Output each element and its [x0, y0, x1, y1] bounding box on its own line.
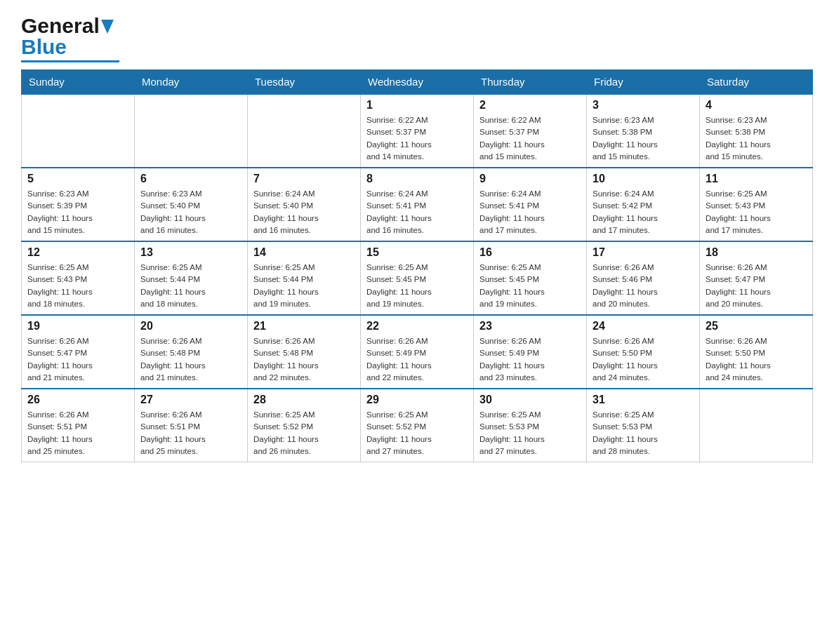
- day-number: 4: [706, 99, 807, 112]
- day-number: 14: [253, 246, 355, 259]
- day-number: 27: [140, 394, 241, 406]
- day-info: Sunrise: 6:25 AM Sunset: 5:43 PM Dayligh…: [706, 188, 807, 236]
- day-info: Sunrise: 6:26 AM Sunset: 5:48 PM Dayligh…: [140, 335, 241, 384]
- calendar-cell-4-6: [700, 389, 813, 462]
- calendar-cell-4-4: 30Sunrise: 6:25 AM Sunset: 5:53 PM Dayli…: [474, 389, 587, 462]
- calendar-cell-3-6: 25Sunrise: 6:26 AM Sunset: 5:50 PM Dayli…: [700, 315, 813, 389]
- calendar-cell-1-0: 5Sunrise: 6:23 AM Sunset: 5:39 PM Daylig…: [22, 168, 135, 241]
- day-info: Sunrise: 6:22 AM Sunset: 5:37 PM Dayligh…: [366, 114, 468, 163]
- day-number: 29: [366, 394, 468, 406]
- day-number: 11: [706, 173, 807, 185]
- calendar-cell-0-2: [248, 94, 361, 168]
- day-number: 10: [593, 173, 694, 185]
- day-number: 12: [27, 246, 128, 259]
- day-info: Sunrise: 6:24 AM Sunset: 5:41 PM Dayligh…: [366, 188, 468, 236]
- day-number: 8: [366, 173, 468, 185]
- svg-marker-0: [101, 20, 114, 34]
- day-info: Sunrise: 6:25 AM Sunset: 5:44 PM Dayligh…: [253, 262, 355, 310]
- calendar-cell-2-0: 12Sunrise: 6:25 AM Sunset: 5:43 PM Dayli…: [22, 241, 135, 315]
- calendar-cell-3-5: 24Sunrise: 6:26 AM Sunset: 5:50 PM Dayli…: [587, 315, 700, 389]
- calendar-cell-3-4: 23Sunrise: 6:26 AM Sunset: 5:49 PM Dayli…: [474, 315, 587, 389]
- day-info: Sunrise: 6:23 AM Sunset: 5:38 PM Dayligh…: [706, 114, 807, 163]
- day-info: Sunrise: 6:26 AM Sunset: 5:50 PM Dayligh…: [593, 335, 694, 384]
- day-info: Sunrise: 6:26 AM Sunset: 5:51 PM Dayligh…: [27, 409, 128, 457]
- logo-arrow-icon: [101, 20, 114, 34]
- calendar-header-thursday: Thursday: [474, 70, 587, 95]
- day-info: Sunrise: 6:26 AM Sunset: 5:49 PM Dayligh…: [479, 335, 581, 384]
- day-number: 15: [366, 246, 468, 259]
- day-info: Sunrise: 6:24 AM Sunset: 5:40 PM Dayligh…: [253, 188, 355, 236]
- day-info: Sunrise: 6:23 AM Sunset: 5:40 PM Dayligh…: [140, 188, 241, 236]
- day-info: Sunrise: 6:25 AM Sunset: 5:52 PM Dayligh…: [366, 409, 468, 457]
- calendar-header-tuesday: Tuesday: [248, 70, 361, 95]
- calendar-cell-1-3: 8Sunrise: 6:24 AM Sunset: 5:41 PM Daylig…: [361, 168, 474, 241]
- calendar-cell-0-4: 2Sunrise: 6:22 AM Sunset: 5:37 PM Daylig…: [474, 94, 587, 168]
- calendar-week-row-3: 19Sunrise: 6:26 AM Sunset: 5:47 PM Dayli…: [22, 315, 813, 389]
- calendar-cell-3-2: 21Sunrise: 6:26 AM Sunset: 5:48 PM Dayli…: [248, 315, 361, 389]
- day-info: Sunrise: 6:26 AM Sunset: 5:48 PM Dayligh…: [253, 335, 355, 384]
- calendar-cell-2-2: 14Sunrise: 6:25 AM Sunset: 5:44 PM Dayli…: [248, 241, 361, 315]
- day-number: 2: [479, 99, 581, 112]
- calendar-cell-1-6: 11Sunrise: 6:25 AM Sunset: 5:43 PM Dayli…: [700, 168, 813, 241]
- calendar-cell-4-0: 26Sunrise: 6:26 AM Sunset: 5:51 PM Dayli…: [22, 389, 135, 462]
- day-info: Sunrise: 6:26 AM Sunset: 5:46 PM Dayligh…: [593, 262, 694, 310]
- calendar-week-row-1: 5Sunrise: 6:23 AM Sunset: 5:39 PM Daylig…: [22, 168, 813, 241]
- calendar-cell-2-6: 18Sunrise: 6:26 AM Sunset: 5:47 PM Dayli…: [700, 241, 813, 315]
- calendar-cell-2-1: 13Sunrise: 6:25 AM Sunset: 5:44 PM Dayli…: [135, 241, 248, 315]
- calendar-header-row: SundayMondayTuesdayWednesdayThursdayFrid…: [22, 70, 813, 95]
- day-info: Sunrise: 6:25 AM Sunset: 5:52 PM Dayligh…: [253, 409, 355, 457]
- calendar-cell-0-3: 1Sunrise: 6:22 AM Sunset: 5:37 PM Daylig…: [361, 94, 474, 168]
- day-info: Sunrise: 6:24 AM Sunset: 5:41 PM Dayligh…: [479, 188, 581, 236]
- day-number: 6: [140, 173, 241, 185]
- calendar-week-row-0: 1Sunrise: 6:22 AM Sunset: 5:37 PM Daylig…: [22, 94, 813, 168]
- day-info: Sunrise: 6:25 AM Sunset: 5:53 PM Dayligh…: [593, 409, 694, 457]
- logo: General Blue: [21, 14, 119, 62]
- calendar-cell-2-3: 15Sunrise: 6:25 AM Sunset: 5:45 PM Dayli…: [361, 241, 474, 315]
- day-number: 9: [479, 173, 581, 185]
- day-number: 3: [593, 99, 694, 112]
- day-number: 5: [27, 173, 128, 185]
- day-number: 19: [27, 320, 128, 333]
- day-info: Sunrise: 6:26 AM Sunset: 5:47 PM Dayligh…: [706, 262, 807, 310]
- calendar-header-saturday: Saturday: [700, 70, 813, 95]
- day-number: 24: [593, 320, 694, 333]
- calendar-header-wednesday: Wednesday: [361, 70, 474, 95]
- calendar-header-monday: Monday: [135, 70, 248, 95]
- day-info: Sunrise: 6:24 AM Sunset: 5:42 PM Dayligh…: [593, 188, 694, 236]
- day-number: 30: [479, 394, 581, 406]
- logo-blue-text: Blue: [21, 35, 67, 59]
- day-number: 23: [479, 320, 581, 333]
- day-number: 20: [140, 320, 241, 333]
- day-number: 31: [593, 394, 694, 406]
- calendar-cell-4-3: 29Sunrise: 6:25 AM Sunset: 5:52 PM Dayli…: [361, 389, 474, 462]
- page-header: General Blue: [21, 14, 813, 62]
- day-number: 25: [706, 320, 807, 333]
- day-info: Sunrise: 6:25 AM Sunset: 5:45 PM Dayligh…: [366, 262, 468, 310]
- calendar-cell-1-4: 9Sunrise: 6:24 AM Sunset: 5:41 PM Daylig…: [474, 168, 587, 241]
- calendar-cell-4-1: 27Sunrise: 6:26 AM Sunset: 5:51 PM Dayli…: [135, 389, 248, 462]
- day-info: Sunrise: 6:26 AM Sunset: 5:47 PM Dayligh…: [27, 335, 128, 384]
- calendar-cell-1-1: 6Sunrise: 6:23 AM Sunset: 5:40 PM Daylig…: [135, 168, 248, 241]
- calendar-cell-3-1: 20Sunrise: 6:26 AM Sunset: 5:48 PM Dayli…: [135, 315, 248, 389]
- day-number: 21: [253, 320, 355, 333]
- day-info: Sunrise: 6:25 AM Sunset: 5:44 PM Dayligh…: [140, 262, 241, 310]
- day-info: Sunrise: 6:26 AM Sunset: 5:50 PM Dayligh…: [706, 335, 807, 384]
- calendar-cell-0-5: 3Sunrise: 6:23 AM Sunset: 5:38 PM Daylig…: [587, 94, 700, 168]
- day-number: 17: [593, 246, 694, 259]
- calendar-table: SundayMondayTuesdayWednesdayThursdayFrid…: [21, 69, 813, 462]
- day-number: 13: [140, 246, 241, 259]
- calendar-cell-2-4: 16Sunrise: 6:25 AM Sunset: 5:45 PM Dayli…: [474, 241, 587, 315]
- day-info: Sunrise: 6:26 AM Sunset: 5:51 PM Dayligh…: [140, 409, 241, 457]
- calendar-cell-4-2: 28Sunrise: 6:25 AM Sunset: 5:52 PM Dayli…: [248, 389, 361, 462]
- day-number: 1: [366, 99, 468, 112]
- calendar-week-row-4: 26Sunrise: 6:26 AM Sunset: 5:51 PM Dayli…: [22, 389, 813, 462]
- day-info: Sunrise: 6:25 AM Sunset: 5:53 PM Dayligh…: [479, 409, 581, 457]
- calendar-cell-1-2: 7Sunrise: 6:24 AM Sunset: 5:40 PM Daylig…: [248, 168, 361, 241]
- calendar-week-row-2: 12Sunrise: 6:25 AM Sunset: 5:43 PM Dayli…: [22, 241, 813, 315]
- day-info: Sunrise: 6:23 AM Sunset: 5:39 PM Dayligh…: [27, 188, 128, 236]
- day-number: 26: [27, 394, 128, 406]
- calendar-cell-3-3: 22Sunrise: 6:26 AM Sunset: 5:49 PM Dayli…: [361, 315, 474, 389]
- calendar-cell-4-5: 31Sunrise: 6:25 AM Sunset: 5:53 PM Dayli…: [587, 389, 700, 462]
- day-number: 22: [366, 320, 468, 333]
- day-number: 7: [253, 173, 355, 185]
